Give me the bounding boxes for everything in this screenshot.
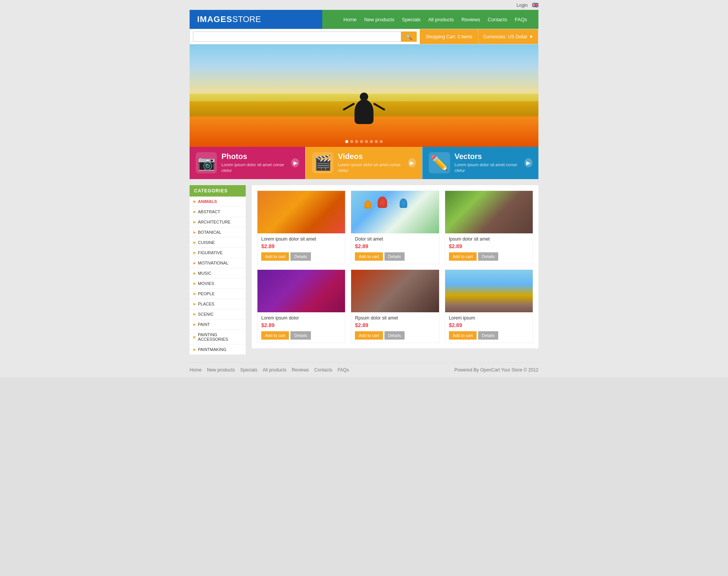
videos-icon: 🎬: [312, 152, 333, 173]
carousel-dot-3[interactable]: [355, 140, 358, 143]
carousel-dot-5[interactable]: [365, 140, 368, 143]
nav-reviews[interactable]: Reviews: [458, 11, 484, 28]
footer-contacts[interactable]: Contacts: [314, 367, 332, 373]
nav-new-products[interactable]: New products: [361, 11, 398, 28]
footer-faqs[interactable]: FAQs: [337, 367, 349, 373]
sidebar-item-paintmaking[interactable]: ▶PAINTMAKING: [190, 345, 246, 355]
sidebar-item-architecture[interactable]: ▶ARCHITECTURE: [190, 217, 246, 227]
product-card-1: Lorem ipsum dolor sit amet $2.89 Add to …: [257, 190, 345, 264]
product-card-3: Ipsum dolor sit amet $2.89 Add to cart D…: [445, 190, 533, 264]
arrow-icon: ▶: [193, 251, 196, 255]
carousel-dot-1[interactable]: [345, 140, 348, 143]
details-button-1[interactable]: Details: [290, 252, 311, 261]
product-card-6: Lorem ipsum $2.89 Add to cart Details: [445, 269, 533, 343]
add-to-cart-button-2[interactable]: Add to cart: [355, 252, 383, 261]
product-card-5: Rpsum dolor sit amet $2.89 Add to cart D…: [351, 269, 439, 343]
footer: Home New products Specials All products …: [190, 362, 538, 377]
category-banner-vectors[interactable]: ✏️ Vectors Lorem ipsum dolor sit amet co…: [422, 147, 538, 179]
footer-specials[interactable]: Specials: [240, 367, 257, 373]
footer-nav: Home New products Specials All products …: [190, 367, 349, 373]
sidebar-item-motivational[interactable]: ▶MOTIVATIONAL: [190, 258, 246, 268]
carousel-dot-2[interactable]: [350, 140, 353, 143]
product-image-4: [257, 270, 345, 312]
add-to-cart-button-4[interactable]: Add to cart: [261, 331, 289, 340]
details-button-3[interactable]: Details: [478, 252, 499, 261]
footer-powered: Powered By OpenCart Your Store © 2012: [454, 367, 538, 373]
nav-faqs[interactable]: FAQs: [511, 11, 531, 28]
cart-info: Shopping Cart: 0 items: [420, 29, 479, 44]
details-button-4[interactable]: Details: [290, 331, 311, 340]
add-to-cart-button-1[interactable]: Add to cart: [261, 252, 289, 261]
products-grid: Lorem ipsum dolor sit amet $2.89 Add to …: [257, 190, 533, 343]
logo[interactable]: IMAGESSTORE: [197, 10, 261, 29]
details-button-5[interactable]: Details: [384, 331, 405, 340]
arrow-icon: ▶: [193, 302, 196, 306]
vectors-icon: ✏️: [429, 152, 450, 173]
category-banner-videos[interactable]: 🎬 Videos Lorem ipsum dolor sit amet cons…: [305, 147, 422, 179]
sidebar-item-movies[interactable]: ▶MOVIES: [190, 279, 246, 289]
arrow-icon: ▶: [193, 200, 196, 203]
footer-home[interactable]: Home: [190, 367, 202, 373]
sidebar-item-cuisine[interactable]: ▶CUISINE: [190, 238, 246, 248]
nav-home[interactable]: Home: [340, 11, 361, 28]
product-card-2: Dolor sit amet $2.89 Add to cart Details: [351, 190, 439, 264]
footer-all-products[interactable]: All products: [263, 367, 287, 373]
category-banner-photos[interactable]: 📷 Photos Lorem ipsum dolor sit amet cons…: [190, 147, 305, 179]
search-input[interactable]: [193, 31, 401, 42]
sidebar-item-scenic[interactable]: ▶SCENIC: [190, 309, 246, 319]
videos-text: Videos Lorem ipsum dolor sit amet conse …: [338, 152, 403, 174]
sidebar-item-animals[interactable]: ▶ANIMALS: [190, 197, 246, 207]
arrow-icon: ▶: [193, 335, 196, 339]
sidebar-item-painting-accessories[interactable]: ▶PAINTING ACCESSORIES: [190, 330, 246, 345]
search-button[interactable]: 🔍: [401, 31, 417, 42]
sidebar: CATEGORIES ▶ANIMALS ▶ABSTRACT ▶ARCHITECT…: [190, 185, 246, 355]
main-nav: Home New products Specials All products …: [340, 11, 531, 28]
sidebar-item-abstract[interactable]: ▶ABSTRACT: [190, 207, 246, 217]
currencies-label: Currencies:: [483, 34, 506, 39]
arrow-icon: ▶: [193, 230, 196, 234]
sidebar-item-botanical[interactable]: ▶BOTANICAL: [190, 227, 246, 238]
arrow-icon: ▶: [193, 292, 196, 296]
product-image-6: [445, 270, 533, 312]
sidebar-item-people[interactable]: ▶PEOPLE: [190, 289, 246, 299]
nav-all-products[interactable]: All products: [424, 11, 458, 28]
carousel-dots[interactable]: [345, 140, 383, 143]
sidebar-item-paint[interactable]: ▶PAINT: [190, 319, 246, 330]
carousel-dot-7[interactable]: [375, 140, 378, 143]
product-name-6: Lorem ipsum: [449, 315, 529, 321]
add-to-cart-button-6[interactable]: Add to cart: [449, 331, 477, 340]
videos-arrow: ▶: [408, 158, 416, 167]
nav-specials[interactable]: Specials: [398, 11, 424, 28]
arrow-icon: ▶: [193, 241, 196, 244]
product-price-2: $2.89: [355, 243, 435, 249]
logo-store-text: STORE: [232, 14, 261, 24]
footer-new-products[interactable]: New products: [207, 367, 235, 373]
products-area: Lorem ipsum dolor sit amet $2.89 Add to …: [252, 185, 538, 348]
currency-value: US Dollar: [508, 34, 527, 39]
product-image-1: [257, 191, 345, 233]
product-price-1: $2.89: [261, 243, 341, 249]
product-image-2: [351, 191, 439, 233]
sidebar-item-music[interactable]: ▶MUSIC: [190, 268, 246, 279]
categories-title: CATEGORIES: [190, 185, 246, 197]
vectors-arrow: ▶: [524, 158, 532, 167]
arrow-icon: ▶: [193, 312, 196, 316]
add-to-cart-button-3[interactable]: Add to cart: [449, 252, 477, 261]
product-image-3: [445, 191, 533, 233]
details-button-6[interactable]: Details: [478, 331, 499, 340]
product-name-4: Lorem ipsum dolor: [261, 315, 341, 321]
product-image-5: [351, 270, 439, 312]
product-name-5: Rpsum dolor sit amet: [355, 315, 435, 321]
carousel-dot-4[interactable]: [360, 140, 363, 143]
carousel-dot-6[interactable]: [370, 140, 373, 143]
currencies-section[interactable]: Currencies: US Dollar ▼: [478, 29, 538, 44]
details-button-2[interactable]: Details: [384, 252, 405, 261]
footer-reviews[interactable]: Reviews: [292, 367, 309, 373]
product-price-5: $2.89: [355, 322, 435, 328]
add-to-cart-button-5[interactable]: Add to cart: [355, 331, 383, 340]
nav-contacts[interactable]: Contacts: [484, 11, 511, 28]
sidebar-item-places[interactable]: ▶PLACES: [190, 299, 246, 309]
carousel-dot-8[interactable]: [380, 140, 383, 143]
sidebar-item-figurative[interactable]: ▶FIGURATIVE: [190, 248, 246, 258]
login-link[interactable]: Login: [516, 3, 527, 8]
